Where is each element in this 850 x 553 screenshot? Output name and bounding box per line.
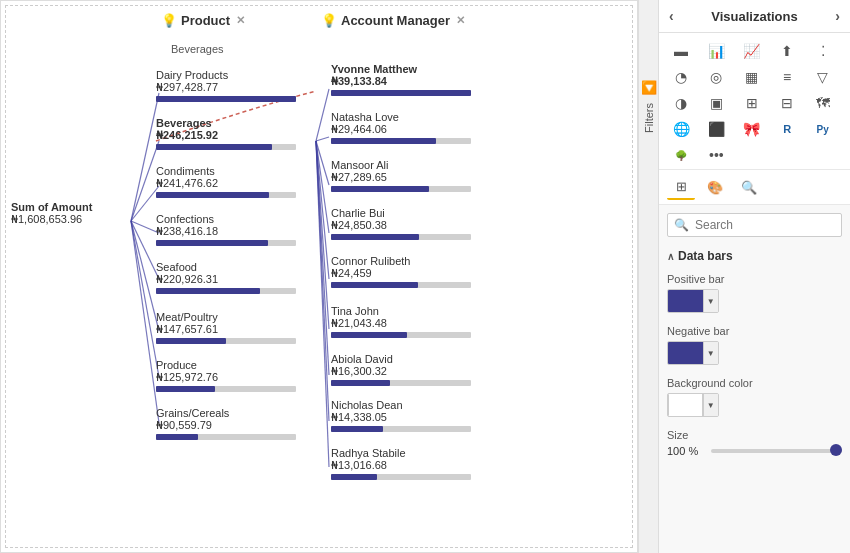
size-label: Size bbox=[667, 429, 842, 441]
filled-map-icon[interactable]: ⬛ bbox=[702, 117, 730, 141]
donut-chart-icon[interactable]: ◎ bbox=[702, 65, 730, 89]
area-chart-icon[interactable]: ⬆ bbox=[773, 39, 801, 63]
table-icon[interactable]: ⊞ bbox=[738, 91, 766, 115]
negative-bar-color-picker[interactable]: ▼ bbox=[667, 341, 719, 365]
size-slider-track[interactable] bbox=[711, 449, 842, 453]
account-item[interactable]: Abiola David ₦16,300.32 bbox=[331, 353, 511, 386]
account-item[interactable]: Connor Rulibeth ₦24,459 bbox=[331, 255, 511, 288]
background-color-label: Background color bbox=[667, 377, 842, 389]
product-item[interactable]: Meat/Poultry ₦147,657.61 bbox=[156, 311, 316, 344]
svg-line-3 bbox=[131, 221, 159, 233]
account-bar-fg bbox=[331, 332, 407, 338]
line-chart-icon[interactable]: 📈 bbox=[738, 39, 766, 63]
product-bar-fg bbox=[156, 386, 215, 392]
background-color-picker[interactable]: ▼ bbox=[667, 393, 719, 417]
svg-line-5 bbox=[131, 221, 159, 331]
more-visuals-icon[interactable]: ••• bbox=[702, 143, 730, 167]
card-icon[interactable]: ▣ bbox=[702, 91, 730, 115]
background-dropdown-icon[interactable]: ▼ bbox=[703, 393, 718, 417]
product-value: ₦125,972.76 bbox=[156, 371, 316, 384]
account-column-header: 💡 Account Manager ✕ bbox=[321, 13, 465, 28]
forward-arrow-icon[interactable]: › bbox=[835, 8, 840, 24]
account-item[interactable]: Yvonne Matthew ₦39,133.84 bbox=[331, 63, 511, 96]
product-name: Seafood bbox=[156, 261, 316, 273]
positive-bar-swatch bbox=[668, 289, 703, 313]
search-input[interactable] bbox=[695, 218, 835, 232]
search-box[interactable]: 🔍 bbox=[667, 213, 842, 237]
account-item[interactable]: Natasha Love ₦29,464.06 bbox=[331, 111, 511, 144]
back-arrow-icon[interactable]: ‹ bbox=[669, 8, 674, 24]
negative-bar-label: Negative bar bbox=[667, 325, 842, 337]
ribbon-icon[interactable]: 🎀 bbox=[738, 117, 766, 141]
background-color-swatch bbox=[668, 393, 703, 417]
product-name: Produce bbox=[156, 359, 316, 371]
fields-icon[interactable]: ⊞ bbox=[667, 174, 695, 200]
positive-bar-color-picker[interactable]: ▼ bbox=[667, 289, 719, 313]
format-icon[interactable]: 🎨 bbox=[701, 174, 729, 200]
treemap-icon[interactable]: ▦ bbox=[738, 65, 766, 89]
analytics-icon[interactable]: 🔍 bbox=[735, 174, 763, 200]
product-value: ₦297,428.77 bbox=[156, 81, 316, 94]
product-item[interactable]: Grains/Cereals ₦90,559.79 bbox=[156, 407, 316, 440]
account-item[interactable]: Radhya Stabile ₦13,016.68 bbox=[331, 447, 511, 480]
product-bar-bg bbox=[156, 96, 296, 102]
chevron-down-icon: ∧ bbox=[667, 251, 674, 262]
product-bar-bg bbox=[156, 240, 296, 246]
scatter-chart-icon[interactable]: ⁚ bbox=[809, 39, 837, 63]
product-bar-bg bbox=[156, 434, 296, 440]
filters-label[interactable]: Filters bbox=[643, 103, 655, 133]
account-name: Yvonne Matthew bbox=[331, 63, 511, 75]
account-bar-fg bbox=[331, 282, 418, 288]
product-item[interactable]: Produce ₦125,972.76 bbox=[156, 359, 316, 392]
panel-title: Visualizations bbox=[711, 9, 797, 24]
product-item[interactable]: Condiments ₦241,476.62 bbox=[156, 165, 316, 198]
product-column-header: 💡 Product ✕ bbox=[161, 13, 245, 28]
globe-icon[interactable]: 🌐 bbox=[667, 117, 695, 141]
account-bar-fg bbox=[331, 138, 436, 144]
product-item[interactable]: Confections ₦238,416.18 bbox=[156, 213, 316, 246]
data-bars-section-header[interactable]: ∧ Data bars bbox=[659, 243, 850, 269]
account-close-button[interactable]: ✕ bbox=[456, 14, 465, 27]
size-slider-thumb[interactable] bbox=[830, 444, 842, 456]
account-bar-bg bbox=[331, 474, 471, 480]
svg-line-12 bbox=[316, 141, 329, 279]
account-bar-fg bbox=[331, 380, 390, 386]
r-icon[interactable]: R bbox=[773, 117, 801, 141]
waterfall-icon[interactable]: ≡ bbox=[773, 65, 801, 89]
account-name: Nicholas Dean bbox=[331, 399, 511, 411]
filters-strip[interactable]: 🔽 Filters bbox=[639, 0, 659, 553]
python-icon[interactable]: Py bbox=[809, 117, 837, 141]
product-item[interactable]: Dairy Products ₦297,428.77 bbox=[156, 69, 316, 102]
account-bar-fg bbox=[331, 234, 419, 240]
product-item[interactable]: Beverages ₦246,215.92 bbox=[156, 117, 316, 150]
svg-line-8 bbox=[316, 89, 329, 141]
product-name: Confections bbox=[156, 213, 316, 225]
positive-bar-dropdown-icon[interactable]: ▼ bbox=[703, 289, 718, 313]
column-chart-icon[interactable]: 📊 bbox=[702, 39, 730, 63]
account-bar-bg bbox=[331, 138, 471, 144]
funnel-icon[interactable]: ▽ bbox=[809, 65, 837, 89]
account-item[interactable]: Mansoor Ali ₦27,289.65 bbox=[331, 159, 511, 192]
account-item[interactable]: Charlie Bui ₦24,850.38 bbox=[331, 207, 511, 240]
product-value: ₦238,416.18 bbox=[156, 225, 316, 238]
decomp-tree-icon[interactable]: 🌳 bbox=[667, 143, 695, 167]
pie-chart-icon[interactable]: ◔ bbox=[667, 65, 695, 89]
matrix-icon[interactable]: ⊟ bbox=[773, 91, 801, 115]
map-icon[interactable]: 🗺 bbox=[809, 91, 837, 115]
bar-chart-icon[interactable]: ▬ bbox=[667, 39, 695, 63]
product-item[interactable]: Seafood ₦220,926.31 bbox=[156, 261, 316, 294]
product-subheader: Beverages bbox=[171, 43, 224, 55]
account-value: ₦29,464.06 bbox=[331, 123, 511, 136]
product-close-button[interactable]: ✕ bbox=[236, 14, 245, 27]
account-value: ₦21,043.48 bbox=[331, 317, 511, 330]
gauge-icon[interactable]: ◑ bbox=[667, 91, 695, 115]
data-bars-label: Data bars bbox=[678, 249, 733, 263]
product-bar-fg bbox=[156, 434, 198, 440]
filter-icon: 🔽 bbox=[641, 80, 657, 95]
svg-line-9 bbox=[316, 137, 329, 141]
account-item[interactable]: Nicholas Dean ₦14,338.05 bbox=[331, 399, 511, 432]
negative-bar-dropdown-icon[interactable]: ▼ bbox=[703, 341, 718, 365]
connection-lines bbox=[1, 1, 637, 552]
product-bar-fg bbox=[156, 144, 272, 150]
account-item[interactable]: Tina John ₦21,043.48 bbox=[331, 305, 511, 338]
